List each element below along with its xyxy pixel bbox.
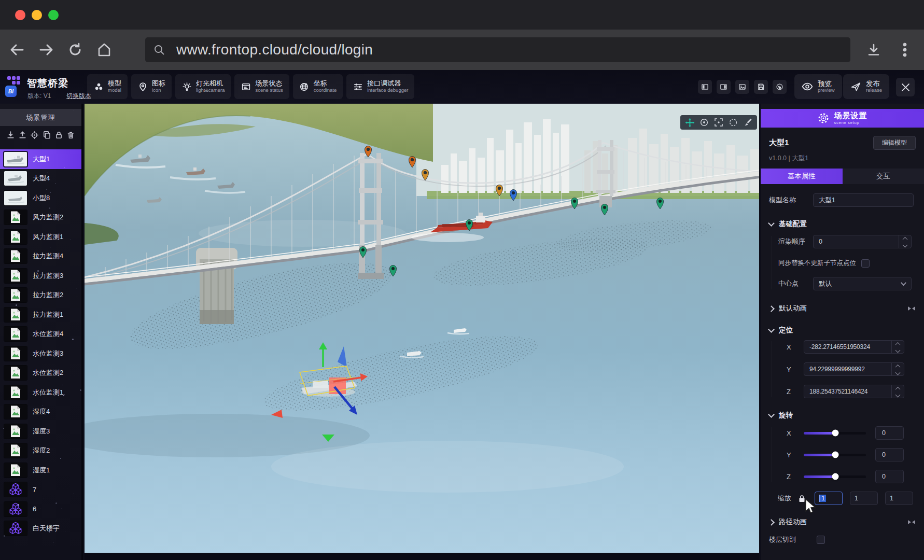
scene-object-item[interactable]: 小型8 bbox=[0, 188, 81, 208]
scale-lock-icon[interactable] bbox=[799, 495, 805, 502]
position-y-input[interactable]: 94.22999999999992 bbox=[804, 362, 904, 376]
scene-object-item[interactable]: 风力监测2 bbox=[0, 208, 81, 228]
section-position[interactable]: 定位 bbox=[769, 326, 916, 335]
scene-object-item[interactable]: 大型1 bbox=[0, 149, 81, 169]
minimize-traffic-light[interactable] bbox=[32, 10, 42, 20]
edit-model-button[interactable]: 编辑模型 bbox=[873, 136, 916, 150]
header-tool-light-camera[interactable]: 灯光相机 light&camera bbox=[175, 74, 231, 99]
rotation-x-slider[interactable] bbox=[804, 432, 866, 435]
lock-icon[interactable] bbox=[54, 130, 64, 140]
viewport-3d-canvas[interactable] bbox=[85, 104, 759, 553]
forward-button[interactable] bbox=[34, 38, 58, 62]
home-button[interactable] bbox=[92, 38, 116, 62]
url-bar[interactable]: www.frontop.cloud/cloud/login bbox=[145, 37, 850, 62]
scale-input-y[interactable]: 1 bbox=[850, 492, 878, 505]
rotation-x-value[interactable]: 0 bbox=[875, 426, 904, 440]
scene-object-item[interactable]: 湿度3 bbox=[0, 422, 81, 441]
trash-icon[interactable] bbox=[66, 130, 76, 140]
rotation-z-value[interactable]: 0 bbox=[875, 470, 904, 483]
scene-object-item[interactable]: 7 bbox=[0, 480, 81, 500]
scene-object-item[interactable]: 风力监测1 bbox=[0, 227, 81, 247]
render-order-input[interactable]: 0 bbox=[813, 235, 912, 248]
number-spinner[interactable] bbox=[891, 341, 904, 353]
tab-basic-properties[interactable]: 基本属性 bbox=[761, 169, 843, 184]
keyframe-icon[interactable] bbox=[907, 519, 916, 525]
slider-thumb[interactable] bbox=[832, 430, 839, 437]
tab-interaction[interactable]: 交互 bbox=[843, 169, 924, 184]
scene-object-item[interactable]: 湿度4 bbox=[0, 402, 81, 422]
section-base-config[interactable]: 基础配置 bbox=[769, 219, 916, 229]
header-tool-model[interactable]: 模型 model bbox=[87, 74, 128, 99]
reload-button[interactable] bbox=[63, 38, 87, 62]
scale-tool-button[interactable] bbox=[713, 117, 724, 128]
rotate-tool-button[interactable] bbox=[699, 117, 709, 128]
browser-menu-button[interactable] bbox=[893, 38, 917, 62]
file-thumbnail bbox=[4, 249, 27, 263]
center-point-select[interactable]: 默认 bbox=[813, 277, 912, 290]
scene-object-item[interactable]: 拉力监测1 bbox=[0, 305, 81, 325]
rotation-y-value[interactable]: 0 bbox=[875, 448, 904, 461]
chevron-right-icon bbox=[768, 305, 775, 312]
close-traffic-light[interactable] bbox=[15, 10, 25, 20]
scene-object-item[interactable]: 湿度1 bbox=[0, 460, 81, 480]
file-thumbnail bbox=[4, 404, 27, 419]
brush-icon bbox=[743, 118, 752, 127]
slider-thumb[interactable] bbox=[832, 473, 839, 480]
header-tool-scene-status[interactable]: 场景状态 scene status bbox=[234, 74, 289, 99]
scene-object-item[interactable]: 拉力监测4 bbox=[0, 247, 81, 267]
save-button[interactable] bbox=[754, 80, 768, 94]
release-button[interactable]: 发布release bbox=[843, 74, 889, 99]
sidebar-title: 场景管理 bbox=[0, 109, 81, 126]
region-tool-button[interactable] bbox=[728, 117, 738, 128]
section-rotation[interactable]: 旋转 bbox=[769, 411, 916, 420]
scene-object-item[interactable]: 大型4 bbox=[0, 169, 81, 189]
download-button[interactable] bbox=[862, 38, 886, 62]
copy-icon[interactable] bbox=[41, 130, 52, 140]
scene-object-item[interactable]: 水位监测3 bbox=[0, 344, 81, 363]
scene-object-item[interactable]: 水位监测1 bbox=[0, 383, 81, 402]
position-x-input[interactable]: -282.27146551950324 bbox=[804, 340, 904, 354]
globe-button[interactable] bbox=[773, 80, 787, 94]
scene-object-item[interactable]: 拉力监测2 bbox=[0, 286, 81, 305]
move-tool-button-active[interactable] bbox=[684, 117, 695, 128]
close-editor-button[interactable] bbox=[896, 78, 915, 96]
scale-input-x-focused[interactable]: 1 bbox=[815, 492, 843, 505]
scene-object-item[interactable]: 水位监测4 bbox=[0, 325, 81, 344]
panel-left-button[interactable] bbox=[698, 80, 712, 94]
section-path-animation[interactable]: 路径动画 bbox=[769, 517, 916, 527]
close-icon bbox=[902, 83, 909, 91]
keyframe-icon[interactable] bbox=[907, 305, 916, 312]
preview-button[interactable]: 预览preview bbox=[794, 74, 842, 99]
header-tool-coordinate[interactable]: 坐标 coordinate bbox=[293, 74, 343, 99]
zoom-traffic-light[interactable] bbox=[48, 10, 59, 20]
number-spinner[interactable] bbox=[899, 235, 911, 248]
scene-object-item[interactable]: 6 bbox=[0, 499, 81, 519]
scene-object-item[interactable]: 水位监测2 bbox=[0, 363, 81, 383]
paper-plane-icon bbox=[850, 81, 861, 92]
header-tool-icon[interactable]: 图标 icon bbox=[131, 74, 172, 99]
number-spinner[interactable] bbox=[891, 385, 904, 398]
sync-replace-checkbox[interactable] bbox=[861, 259, 870, 268]
scale-input-z[interactable]: 1 bbox=[885, 492, 913, 505]
back-button[interactable] bbox=[5, 38, 29, 62]
rotation-z-slider[interactable] bbox=[804, 475, 866, 478]
number-spinner[interactable] bbox=[891, 363, 904, 375]
section-default-animation[interactable]: 默认动画 bbox=[769, 304, 916, 313]
export-icon[interactable] bbox=[17, 130, 27, 140]
brush-tool-button[interactable] bbox=[743, 117, 753, 128]
locate-icon[interactable] bbox=[30, 130, 40, 140]
panel-right-button[interactable] bbox=[717, 80, 731, 94]
image-button[interactable] bbox=[735, 80, 749, 94]
scene-object-item[interactable]: 拉力监测3 bbox=[0, 266, 81, 286]
floor-cut-checkbox[interactable] bbox=[817, 536, 825, 544]
scene-object-item[interactable]: 湿度2 bbox=[0, 441, 81, 461]
position-z-input[interactable]: 188.25437521146424 bbox=[804, 385, 904, 398]
model-name-input[interactable]: 大型1 bbox=[813, 193, 914, 207]
scene-object-item[interactable]: 白天楼宇 bbox=[0, 519, 81, 539]
import-icon[interactable] bbox=[5, 130, 16, 140]
rotation-y-slider[interactable] bbox=[804, 454, 866, 456]
ship-medium-thumbnail bbox=[4, 171, 27, 186]
header-tool-interface-debugger[interactable]: 接口调试器 interface debugger bbox=[346, 74, 414, 99]
scale-row: 缩放 111 bbox=[769, 492, 916, 505]
slider-thumb[interactable] bbox=[832, 452, 839, 458]
